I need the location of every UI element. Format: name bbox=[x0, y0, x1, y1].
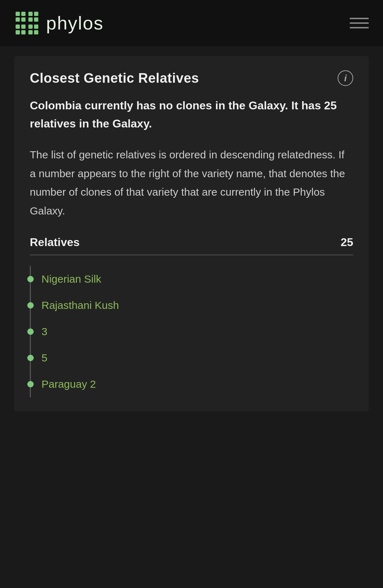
relative-item-4[interactable]: Paraguay 2 bbox=[41, 378, 96, 390]
relative-item-2: 3 bbox=[41, 326, 48, 338]
app-header: phylos bbox=[0, 0, 383, 46]
relative-dot-icon bbox=[27, 302, 34, 309]
list-item: Paraguay 2 bbox=[31, 371, 353, 397]
hamburger-line-3 bbox=[350, 27, 369, 28]
list-item: 3 bbox=[31, 318, 353, 345]
svg-rect-2 bbox=[28, 12, 33, 16]
card-header: Closest Genetic Relatives i bbox=[30, 70, 353, 86]
relative-item-0[interactable]: Nigerian Silk bbox=[41, 273, 101, 285]
relatives-count: 25 bbox=[340, 236, 353, 249]
relative-dot-icon bbox=[27, 355, 34, 361]
svg-rect-3 bbox=[34, 12, 38, 16]
relatives-list: Nigerian SilkRajasthani Kush35Paraguay 2 bbox=[30, 266, 353, 397]
svg-rect-7 bbox=[34, 17, 38, 22]
description-text: The list of genetic relatives is ordered… bbox=[30, 146, 353, 220]
svg-rect-14 bbox=[28, 30, 33, 34]
svg-rect-0 bbox=[16, 12, 20, 16]
svg-rect-11 bbox=[34, 24, 38, 29]
svg-rect-8 bbox=[16, 24, 20, 29]
list-item: Nigerian Silk bbox=[31, 266, 353, 292]
relative-dot-icon bbox=[27, 328, 34, 335]
phylos-logo-icon bbox=[14, 10, 40, 36]
hamburger-line-2 bbox=[350, 22, 369, 24]
svg-rect-1 bbox=[21, 12, 26, 16]
card-title: Closest Genetic Relatives bbox=[30, 71, 199, 86]
main-content: Closest Genetic Relatives i Colombia cur… bbox=[0, 46, 383, 419]
logo-text: phylos bbox=[46, 12, 104, 34]
clone-summary-text: Colombia currently has no clones in the … bbox=[30, 97, 353, 133]
list-item: Rajasthani Kush bbox=[31, 292, 353, 318]
hamburger-line-1 bbox=[350, 18, 369, 19]
info-icon-label: i bbox=[344, 73, 346, 84]
relative-item-3: 5 bbox=[41, 352, 48, 364]
svg-rect-9 bbox=[21, 24, 26, 29]
logo-area: phylos bbox=[14, 10, 104, 36]
relatives-header-row: Relatives 25 bbox=[30, 236, 353, 255]
info-icon-button[interactable]: i bbox=[338, 70, 353, 86]
hamburger-menu-button[interactable] bbox=[350, 18, 369, 28]
svg-rect-12 bbox=[16, 30, 20, 34]
list-item: 5 bbox=[31, 345, 353, 371]
relative-dot-icon bbox=[27, 276, 34, 282]
relative-item-1[interactable]: Rajasthani Kush bbox=[41, 299, 119, 311]
svg-rect-10 bbox=[28, 24, 33, 29]
svg-rect-5 bbox=[21, 17, 26, 22]
closest-genetic-relatives-card: Closest Genetic Relatives i Colombia cur… bbox=[14, 56, 369, 412]
svg-rect-4 bbox=[16, 17, 20, 22]
svg-rect-15 bbox=[34, 30, 38, 34]
svg-rect-6 bbox=[28, 17, 33, 22]
relative-dot-icon bbox=[27, 381, 34, 387]
relatives-label: Relatives bbox=[30, 236, 80, 249]
svg-rect-13 bbox=[21, 30, 26, 34]
